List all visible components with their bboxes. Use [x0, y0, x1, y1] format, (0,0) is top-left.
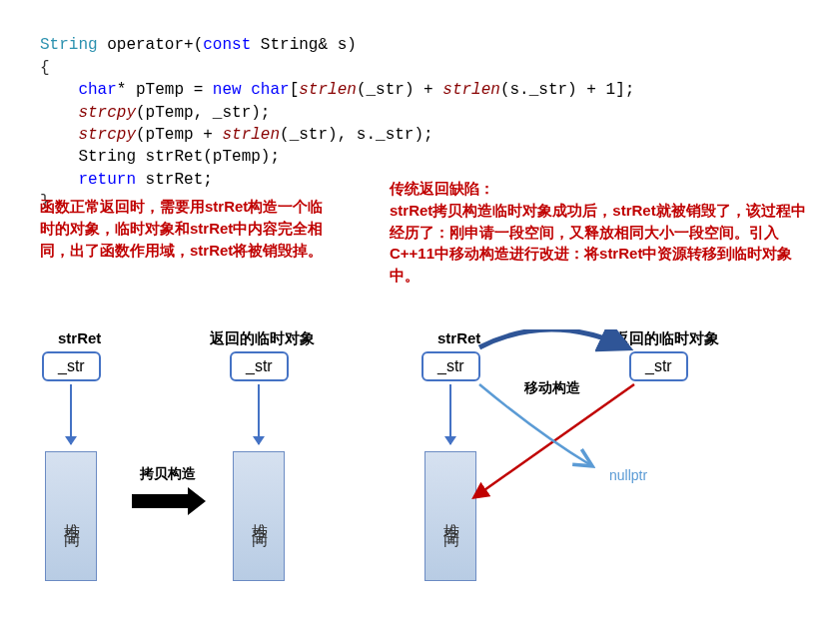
black-arrow-icon — [132, 487, 206, 515]
code-token: strlen — [222, 126, 280, 144]
code-token: strcpy — [78, 126, 136, 144]
code-token: * pTemp = — [117, 81, 213, 99]
code-token: strlen — [442, 81, 500, 99]
code-token: operator+( — [98, 36, 204, 54]
code-token: strcpy — [78, 104, 136, 122]
annotation-right-body: strRet拷贝构造临时对象成功后，strRet就被销毁了，该过程中经历了：刚申… — [390, 202, 806, 284]
nullptr-label: nullptr — [609, 467, 647, 483]
str-box-left: _str — [42, 351, 101, 381]
annotation-right: 传统返回缺陷： strRet拷贝构造临时对象成功后，strRet就被销毁了，该过… — [390, 178, 809, 287]
arrow-down-icon — [449, 384, 451, 444]
annotation-right-title: 传统返回缺陷： — [390, 180, 494, 197]
heap-box-right: 堆空间 — [233, 451, 285, 581]
arrow-down-icon — [258, 384, 260, 444]
strret-label-r: strRet — [437, 329, 480, 346]
diagram-left: strRet _str 堆空间 拷贝构造 返回的临时对象 _str 堆空间 — [40, 329, 370, 609]
str-box-r2: _str — [629, 351, 688, 381]
code-token: strlen — [299, 81, 357, 99]
arrow-down-icon — [70, 384, 72, 444]
diagram-right: strRet _str 堆空间 移动构造 返回的临时对象 _str nullpt… — [420, 329, 819, 609]
code-token: char — [78, 81, 116, 99]
code-token: strRet; — [136, 171, 213, 189]
str-box-right: _str — [230, 351, 289, 381]
code-token: (_str) + — [357, 81, 442, 99]
code-token: return — [78, 171, 136, 189]
heap-text: 堆空间 — [61, 510, 82, 522]
heap-box-left: 堆空间 — [45, 451, 97, 581]
code-token: (_str), s._str); — [280, 126, 433, 144]
code-token: char — [251, 81, 289, 99]
code-token: [ — [290, 81, 300, 99]
code-token: String& s) — [251, 36, 357, 54]
copy-ctor-label: 拷贝构造 — [140, 465, 196, 483]
code-token: const — [203, 36, 251, 54]
code-token: String — [40, 36, 98, 54]
code-token: { — [40, 59, 50, 77]
code-token: new — [213, 81, 242, 99]
move-ctor-label: 移动构造 — [524, 379, 580, 397]
tempobj-label-left: 返回的临时对象 — [210, 329, 315, 348]
code-token: (pTemp, _str); — [136, 104, 270, 122]
str-box-r1: _str — [421, 351, 480, 381]
strret-label: strRet — [58, 329, 101, 346]
code-token — [242, 81, 252, 99]
code-token: String strRet(pTemp); — [78, 148, 280, 166]
code-token: (s._str) + 1]; — [500, 81, 634, 99]
heap-text: 堆空间 — [440, 510, 461, 522]
tempobj-label-r: 返回的临时对象 — [614, 329, 719, 348]
annotation-left: 函数正常返回时，需要用strRet构造一个临时的对象，临时对象和strRet中内… — [40, 196, 330, 261]
code-token: (pTemp + — [136, 126, 222, 144]
heap-box-r: 堆空间 — [424, 451, 476, 581]
heap-text: 堆空间 — [249, 510, 270, 522]
